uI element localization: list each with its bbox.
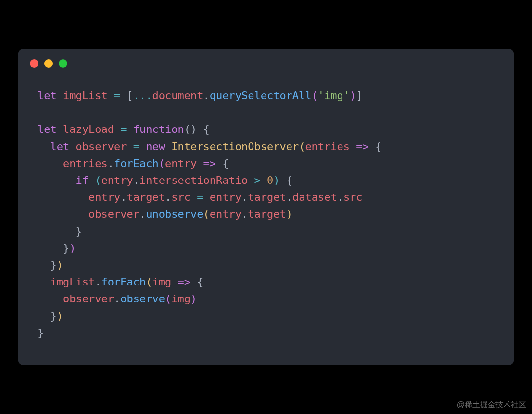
code-token: => — [177, 276, 190, 288]
code-token: if — [76, 174, 89, 186]
code-token — [190, 191, 197, 203]
code-token: document — [152, 90, 203, 102]
code-token: ) — [286, 208, 292, 220]
code-token — [190, 276, 197, 288]
code-token: let — [51, 141, 70, 153]
code-token — [69, 141, 76, 153]
code-token — [350, 141, 356, 153]
code-token — [197, 157, 203, 169]
code-token: { — [197, 276, 203, 288]
code-token: } — [38, 310, 57, 322]
code-token: unobserve — [146, 208, 203, 220]
code-token: img — [171, 293, 190, 305]
code-token — [216, 157, 222, 169]
code-token — [139, 141, 146, 153]
code-token — [38, 141, 51, 153]
code-token: src — [343, 191, 363, 203]
code-token: intersectionRatio — [139, 174, 248, 186]
maximize-icon[interactable] — [59, 59, 67, 68]
watermark: @稀土掘金技术社区 — [457, 400, 526, 410]
code-token: lazyLoad — [63, 123, 114, 135]
code-token — [89, 174, 95, 186]
code-token: } — [38, 242, 69, 254]
code-token: { — [222, 157, 228, 169]
code-token: observer — [63, 293, 114, 305]
code-token: ... — [133, 90, 152, 102]
code-token: IntersectionObserver — [171, 141, 299, 153]
code-block[interactable]: let imgList = [...document.querySelector… — [18, 73, 514, 351]
close-icon[interactable] — [30, 59, 38, 68]
code-token: imgList — [51, 276, 95, 288]
code-window: let imgList = [...document.querySelector… — [18, 49, 514, 365]
code-token: let — [38, 90, 57, 102]
code-token: . — [241, 191, 248, 203]
code-token: () { — [184, 123, 210, 135]
code-token: ( — [159, 157, 165, 169]
code-token: entry — [101, 174, 133, 186]
code-token — [38, 208, 89, 220]
code-token: ( — [165, 293, 171, 305]
code-token — [165, 141, 171, 153]
code-token: { — [286, 174, 292, 186]
code-token: querySelectorAll — [210, 90, 312, 102]
code-token: ) — [190, 293, 197, 305]
code-token: imgList — [63, 90, 108, 102]
code-token — [114, 123, 120, 135]
code-token: observer — [76, 141, 127, 153]
code-token: . — [286, 191, 292, 203]
code-token — [127, 141, 133, 153]
code-token — [369, 141, 375, 153]
code-token: = — [114, 90, 120, 102]
code-token: . — [203, 90, 209, 102]
code-token — [57, 123, 63, 135]
code-token: . — [95, 276, 101, 288]
code-token: = — [133, 141, 139, 153]
code-token: dataset — [292, 191, 337, 203]
code-token: = — [120, 123, 127, 135]
code-token: entries — [63, 157, 108, 169]
code-token: . — [114, 293, 120, 305]
code-token: entry — [210, 191, 241, 203]
code-token: forEach — [101, 276, 146, 288]
code-token: . — [120, 191, 127, 203]
code-token: 0 — [267, 174, 273, 186]
code-token — [261, 174, 267, 186]
code-token: => — [356, 141, 369, 153]
code-token: ] — [356, 90, 362, 102]
code-token: entry — [89, 191, 120, 203]
code-token: target — [248, 191, 286, 203]
code-token — [120, 90, 127, 102]
code-token: > — [254, 174, 260, 186]
code-token — [38, 276, 51, 288]
code-token — [203, 191, 209, 203]
code-token: entry — [210, 208, 241, 220]
code-token: [ — [127, 90, 133, 102]
window-titlebar — [18, 49, 514, 73]
code-token: => — [203, 157, 216, 169]
code-token: ) — [273, 174, 279, 186]
code-token — [38, 174, 76, 186]
code-token — [38, 191, 89, 203]
code-token: target — [127, 191, 165, 203]
code-token: img — [152, 276, 171, 288]
code-token: . — [165, 191, 171, 203]
minimize-icon[interactable] — [44, 59, 53, 68]
code-token: 'img' — [318, 90, 350, 102]
code-token — [279, 174, 286, 186]
code-token — [57, 90, 63, 102]
code-token: } — [38, 327, 44, 339]
code-token: entry — [165, 157, 197, 169]
code-token: target — [248, 208, 286, 220]
code-token: function — [133, 123, 184, 135]
code-token — [38, 293, 63, 305]
code-token: ( — [312, 90, 318, 102]
code-token — [127, 123, 133, 135]
code-token: } — [38, 259, 57, 271]
code-token: ) — [57, 259, 63, 271]
code-token: new — [146, 141, 165, 153]
code-token: ( — [146, 276, 152, 288]
code-token: ( — [203, 208, 209, 220]
code-token: ) — [69, 242, 76, 254]
code-token — [248, 174, 254, 186]
code-token: ( — [299, 141, 305, 153]
